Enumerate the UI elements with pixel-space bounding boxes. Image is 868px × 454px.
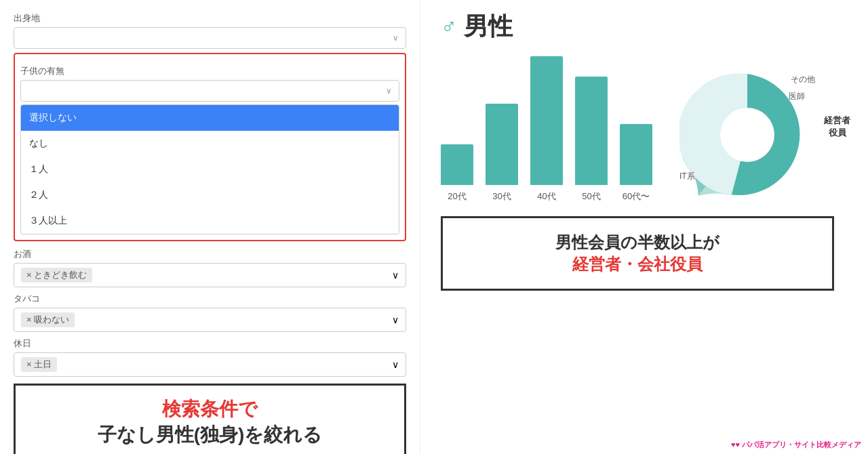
chart-area: 20代 30代 40代 50代	[441, 54, 848, 203]
label-keieisha: 経営者役員	[824, 115, 850, 139]
bar-chart-bars: 20代 30代 40代 50代	[441, 54, 652, 203]
option-one[interactable]: １人	[21, 157, 399, 182]
alcohol-tag-text: × ときどき飲む	[26, 269, 87, 281]
banner-right-line2: 経営者・会社役員	[460, 253, 815, 275]
alcohol-field: お酒 × ときどき飲む ∨	[14, 248, 406, 287]
watermark: ♥♥ パパ活アプリ・サイト比較メディア	[731, 440, 861, 450]
left-panel: 出身地 ∨ 子供の有無 ∨ 選択しない なし １人 ２人 ３人以上 お酒	[0, 0, 420, 454]
chevron-down-icon-3: ∨	[392, 270, 399, 281]
label-ishi: 医師	[789, 91, 805, 102]
bar-col-20: 20代	[441, 144, 473, 203]
bar-label-30: 30代	[492, 190, 511, 203]
holiday-select[interactable]: × 土日 ∨	[14, 352, 406, 377]
bar-20	[441, 144, 473, 185]
children-dropdown: 選択しない なし １人 ２人 ３人以上	[20, 104, 399, 234]
alcohol-select[interactable]: × ときどき飲む ∨	[14, 263, 406, 287]
bar-50	[575, 77, 608, 185]
option-none-select[interactable]: 選択しない	[21, 105, 399, 131]
tobacco-select[interactable]: × 吸わない ∨	[14, 308, 406, 332]
birthplace-label: 出身地	[14, 12, 406, 24]
holiday-tag-text: × 土日	[26, 358, 52, 371]
label-it: IT系	[679, 171, 695, 182]
bar-60	[620, 124, 652, 185]
bar-col-30: 30代	[486, 104, 518, 203]
bar-col-40: 40代	[530, 56, 563, 203]
banner-right-line1: 男性会員の半数以上が	[460, 232, 815, 253]
bar-label-40: 40代	[537, 190, 555, 203]
banner-left: 検索条件で 子なし男性(独身)を絞れる	[14, 384, 406, 454]
watermark-text: パパ活アプリ・サイト比較メディア	[742, 440, 861, 449]
children-select[interactable]: ∨	[20, 80, 399, 102]
label-other: その他	[791, 74, 815, 85]
alcohol-label: お酒	[14, 248, 406, 260]
pie-svg	[679, 67, 815, 203]
tobacco-field: タバコ × 吸わない ∨	[14, 293, 406, 332]
birthplace-field: 出身地 ∨	[14, 12, 406, 49]
bar-40	[530, 56, 563, 185]
pie-chart: その他 医師 IT系 経営者役員	[679, 67, 815, 203]
banner-left-line2: 子なし男性(独身)を絞れる	[29, 422, 391, 448]
option-two[interactable]: ２人	[21, 182, 399, 208]
chevron-down-icon-2: ∨	[386, 86, 392, 96]
tobacco-tag-text: × 吸わない	[26, 314, 69, 326]
tobacco-label: タバコ	[14, 293, 406, 305]
bar-chart: 20代 30代 40代 50代	[441, 54, 652, 203]
pie-center-hole	[720, 108, 774, 162]
banner-left-line1: 検索条件で	[29, 396, 391, 422]
holiday-tag: × 土日	[21, 357, 57, 372]
children-label: 子供の有無	[20, 65, 399, 77]
bar-label-50: 50代	[582, 190, 600, 203]
banner-right: 男性会員の半数以上が 経営者・会社役員	[441, 216, 834, 291]
chevron-down-icon-4: ∨	[392, 314, 399, 325]
chevron-down-icon: ∨	[393, 33, 399, 43]
right-panel: ♂ 男性 20代 30代	[420, 0, 868, 454]
chevron-down-icon-5: ∨	[392, 359, 399, 370]
children-field-wrapper: 子供の有無 ∨ 選択しない なし １人 ２人 ３人以上	[14, 53, 406, 241]
bar-col-50: 50代	[575, 77, 608, 203]
bar-label-20: 20代	[448, 190, 466, 203]
option-none[interactable]: なし	[21, 131, 399, 157]
holiday-label: 休日	[14, 337, 406, 350]
bar-label-60: 60代〜	[623, 190, 650, 203]
male-title: ♂ 男性	[441, 10, 848, 43]
male-icon: ♂	[441, 14, 457, 39]
birthplace-select[interactable]: ∨	[14, 27, 406, 49]
bar-col-60: 60代〜	[620, 124, 652, 203]
alcohol-tag: × ときどき飲む	[21, 268, 92, 283]
tobacco-tag: × 吸わない	[21, 312, 75, 327]
male-title-text: 男性	[464, 10, 513, 43]
option-three-plus[interactable]: ３人以上	[21, 208, 399, 234]
holiday-field: 休日 × 土日 ∨	[14, 337, 406, 377]
bar-30	[486, 104, 518, 185]
